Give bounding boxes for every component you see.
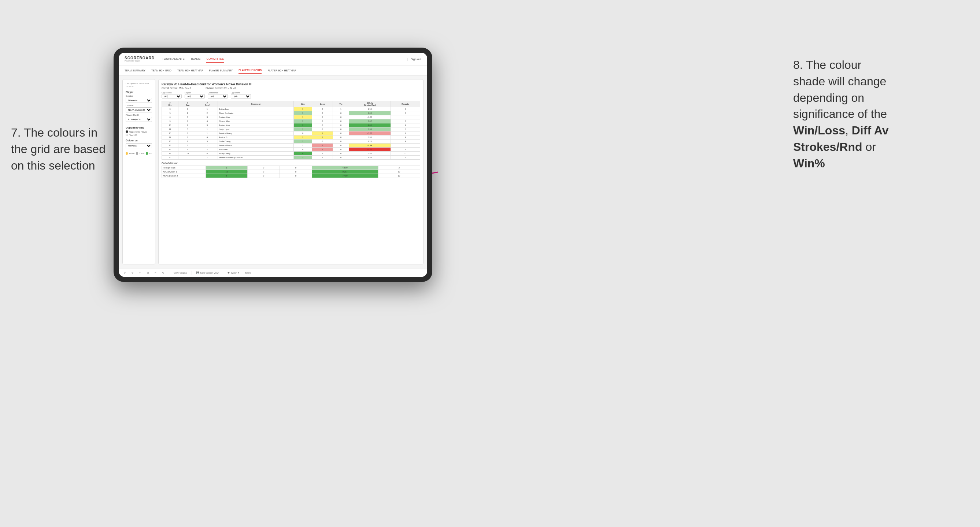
filter-opponent: Opponent (All) (231, 92, 251, 98)
filter-select-region[interactable]: (All) (185, 94, 205, 98)
table-row: 1311 Jessica Huang 0 10 -3.002 (162, 132, 420, 135)
nav-bar: SCOREBOARD Powered by clippd TOURNAMENTS… (119, 53, 427, 66)
radio-label-top100: Top 100 (129, 134, 137, 136)
col-loss: Loss (312, 101, 333, 107)
radio-label-opponents: Opponents Played (129, 131, 147, 133)
annotation-left: 7. The colours inthe grid are basedon th… (11, 124, 114, 174)
toolbar-clock[interactable]: ⏱ (161, 271, 166, 275)
col-div: #Div (162, 101, 178, 107)
out-of-division-title: Out of division (162, 162, 420, 164)
left-panel: Last Updated: 27/03/202416:55:38 Player … (123, 79, 155, 264)
save-custom-label: Save Custom View (200, 272, 219, 274)
filter-select-conference[interactable]: (All) (208, 94, 228, 98)
legend-dot-down (126, 152, 128, 155)
filter-select-opponents[interactable]: (All) (162, 94, 182, 98)
table-row: 1063 Andrea York 2 00 4.004 (162, 124, 420, 127)
toolbar-share[interactable]: Share (243, 271, 253, 275)
division-label: Division (126, 105, 152, 106)
bottom-toolbar: ↺ ↻ ↩ ⊞ ✂ ⏱ View: Original 💾 Save Custom… (119, 268, 427, 277)
table-row: 1611 Jessica Mason 1 20 -0.94 (162, 144, 420, 148)
logo-sub: Powered by clippd (124, 60, 154, 62)
toolbar-step-back[interactable]: ↩ (138, 271, 143, 275)
table-row: 19106 Emily Chang 4 10 0.3011 (162, 152, 420, 156)
sub-nav-player-h2h-heatmap[interactable]: PLAYER H2H HEATMAP (267, 68, 296, 73)
legend-dot-up (146, 152, 148, 155)
radio-dot-top100 (126, 134, 128, 136)
radio-group: Opponents Played Top 100 (126, 130, 152, 136)
filter-conference: Conference (All) (208, 92, 228, 98)
col-diff: Diff AvStrokes/Rnd (349, 101, 391, 107)
player-rank-select[interactable]: 8. Katelyn Vo (126, 117, 152, 122)
table-row: 1474 Eunice Yi 2 20 0.389 (162, 135, 420, 140)
toolbar-redo[interactable]: ↻ (130, 271, 135, 275)
toolbar-watch[interactable]: 👁 Watch ▾ (226, 271, 241, 275)
sub-nav: TEAM SUMMARY TEAM H2H GRID TEAM H2H HEAT… (119, 66, 427, 75)
sub-nav-team-h2h-grid[interactable]: TEAM H2H GRID (151, 68, 172, 73)
division-select[interactable]: NCAA Division III (126, 107, 152, 113)
table-row: 914 Sharon Mun 1 00 3.673 (162, 119, 420, 124)
timestamp: Last Updated: 27/03/202416:55:38 (126, 83, 152, 88)
main-content: Last Updated: 27/03/202416:55:38 Player … (119, 75, 427, 268)
toolbar-view-original[interactable]: View: Original (172, 271, 189, 275)
table-row: 1585 Stella Cheng 1 00 1.254 (162, 140, 420, 144)
nav-pipe: | (407, 57, 408, 61)
filter-label-conference: Conference (208, 92, 228, 94)
nav-right: | Sign out (407, 56, 421, 62)
grid-title: Katelyn Vo Head-to-Head Grid for Women's… (162, 83, 420, 86)
overall-record: Overall Record: 353 - 34 - 6 (162, 87, 191, 89)
right-panel: Katelyn Vo Head-to-Head Grid for Women's… (158, 79, 423, 264)
nav-item-teams[interactable]: TEAMS (191, 56, 201, 63)
legend-dot-level (136, 152, 138, 155)
nav-item-tournaments[interactable]: TOURNAMENTS (162, 56, 185, 63)
radio-opponents-played[interactable]: Opponents Played (126, 130, 152, 133)
toolbar-save-custom[interactable]: 💾 Save Custom View (195, 271, 220, 275)
annotation-left-text: 7. The colours inthe grid are basedon th… (11, 126, 105, 172)
toolbar-divider-3 (223, 271, 223, 275)
nav-item-committee[interactable]: COMMITTEE (206, 56, 224, 63)
annotation-right-text: 8. The colourshade will changedepending … (793, 58, 888, 170)
toolbar-cut[interactable]: ✂ (153, 271, 158, 275)
filter-label-opponents: Opponents: (162, 92, 182, 94)
toolbar-copy[interactable]: ⊞ (145, 271, 150, 275)
view-original-label: View: Original (173, 272, 187, 274)
legend-row: Down Level Up (126, 152, 152, 155)
annotation-right: 8. The colourshade will changedepending … (793, 57, 969, 172)
watch-label: Watch (231, 272, 237, 274)
division-record: Division Record: 331 - 34 - 6 (205, 87, 235, 89)
legend-label-up: Up (150, 152, 152, 154)
legend-label-down: Down (129, 152, 134, 154)
out-of-division-table: Foreign Team 1 0 0 4.500 2 NAIA Division… (162, 165, 420, 178)
filter-select-opponent[interactable]: (All) (231, 94, 251, 98)
filter-region: Region (All) (185, 92, 205, 98)
sub-nav-player-summary[interactable]: PLAYER SUMMARY (209, 68, 233, 73)
table-row: 311 Esther Lee 1 01 1.504 (162, 107, 420, 111)
nav-items: TOURNAMENTS TEAMS COMMITTEE (162, 56, 224, 63)
nav-left: SCOREBOARD Powered by clippd TOURNAMENTS… (124, 56, 224, 63)
out-of-division-section: Out of division Foreign Team 1 0 0 4.500… (162, 162, 420, 178)
sign-out-link[interactable]: Sign out (411, 56, 421, 62)
filter-opponents: Opponents: (All) (162, 92, 182, 98)
opponent-view-title: Opponent view (126, 126, 152, 129)
col-win: Win (294, 101, 312, 107)
toolbar-undo[interactable]: ↺ (123, 271, 127, 275)
share-label: Share (245, 272, 251, 274)
sub-nav-team-h2h-heatmap[interactable]: TEAM H2H HEATMAP (177, 68, 203, 73)
colour-by-title: Colour by (126, 139, 152, 142)
col-rounds: Rounds (391, 101, 420, 107)
tablet-frame: SCOREBOARD Powered by clippd TOURNAMENTS… (114, 48, 432, 282)
tablet-screen: SCOREBOARD Powered by clippd TOURNAMENTS… (119, 53, 427, 277)
filter-label-opponent: Opponent (231, 92, 251, 94)
col-tie: Tie (333, 101, 349, 107)
ood-row-ncaa2: NCAA Division 2 5 0 0 7.400 10 (162, 174, 420, 178)
radio-dot-opponents (126, 130, 128, 133)
sub-nav-team-summary[interactable]: TEAM SUMMARY (124, 68, 145, 73)
grid-filters: Opponents: (All) Region (All) Conference (162, 92, 420, 98)
col-opponent: Opponent (218, 101, 294, 107)
col-conf: #Conf (197, 101, 218, 107)
filter-label-region: Region (185, 92, 205, 94)
radio-top-100[interactable]: Top 100 (126, 134, 152, 136)
table-row: 522 Alexis Sudjianto 1 00 4.003 (162, 111, 420, 115)
gender-select[interactable]: Women's (126, 98, 152, 103)
sub-nav-player-h2h-grid[interactable]: PLAYER H2H GRID (239, 67, 262, 74)
colour-by-select[interactable]: Win/loss (126, 143, 152, 148)
